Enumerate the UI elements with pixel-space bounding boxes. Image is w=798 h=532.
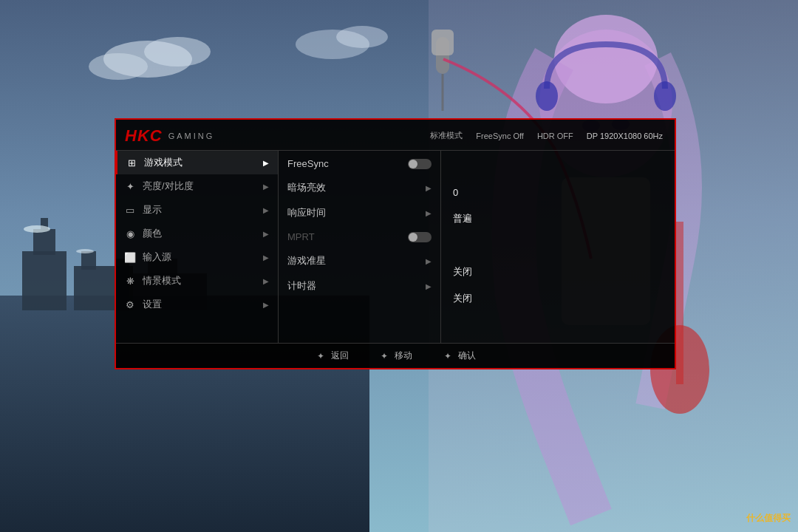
- sub-arrow-sight: ▶: [426, 257, 432, 265]
- svg-point-14: [554, 15, 658, 103]
- header-mode: 标准模式: [430, 130, 463, 141]
- menu-item-input[interactable]: ⬜ 输入源 ▶: [116, 245, 278, 269]
- menu-item-brightness[interactable]: ✦ 亮度/对比度 ▶: [116, 174, 278, 198]
- brightness-icon: ✦: [123, 181, 137, 192]
- sub-value-mprt: [408, 232, 432, 242]
- menu-item-display[interactable]: ▭ 显示 ▶: [116, 198, 278, 222]
- svg-point-10: [24, 225, 50, 233]
- sub-menu: FreeSync 暗场亮效 ▶ 响应时间 ▶ MPRT 游戏准星: [279, 151, 441, 343]
- osd-menu: HKC GAMING 标准模式 FreeSync Off HDR OFF DP …: [115, 118, 676, 369]
- sub-item-freesync[interactable]: FreeSync: [279, 152, 440, 175]
- menu-arrow-color: ▶: [263, 230, 269, 238]
- move-icon: ✦: [378, 350, 390, 362]
- header-info: 标准模式 FreeSync Off HDR OFF DP 1920X1080 6…: [430, 130, 663, 141]
- sub-label-timer: 计时器: [287, 279, 420, 293]
- value-text-timer: 关闭: [453, 292, 472, 305]
- osd-header: HKC GAMING 标准模式 FreeSync Off HDR OFF DP …: [116, 120, 675, 151]
- sub-item-mprt[interactable]: MPRT: [279, 225, 440, 248]
- value-text-response: 普遍: [453, 212, 472, 225]
- menu-label-game-mode: 游戏模式: [144, 156, 257, 169]
- sub-arrow-dark: ▶: [426, 184, 432, 192]
- value-item-response: 普遍: [441, 205, 675, 232]
- mprt-toggle[interactable]: [408, 232, 432, 242]
- freesync-toggle[interactable]: [408, 159, 432, 169]
- sub-label-response: 响应时间: [287, 206, 420, 219]
- menu-label-input: 输入源: [143, 250, 257, 264]
- watermark: 什么值得买: [746, 512, 791, 525]
- footer-confirm[interactable]: ✦ 确认: [442, 349, 476, 362]
- value-item-sight: 关闭: [441, 259, 675, 285]
- value-item-dark: 0: [441, 179, 675, 205]
- main-menu: ⊞ 游戏模式 ▶ ✦ 亮度/对比度 ▶ ▭ 显示 ▶ ◉ 颜色 ▶ ⬜: [116, 151, 279, 343]
- sub-arrow-response: ▶: [426, 209, 432, 217]
- brand-area: HKC GAMING: [125, 126, 214, 146]
- svg-rect-17: [676, 222, 683, 384]
- sub-label-dark-enhance: 暗场亮效: [287, 181, 420, 194]
- settings-icon: ⚙: [123, 299, 137, 310]
- menu-item-game-mode[interactable]: ⊞ 游戏模式 ▶: [116, 151, 278, 174]
- confirm-label: 确认: [458, 349, 476, 362]
- header-freesync: FreeSync Off: [476, 132, 524, 140]
- svg-rect-21: [432, 30, 454, 55]
- sub-label-game-sight: 游戏准星: [287, 254, 420, 267]
- svg-point-26: [144, 37, 211, 66]
- sub-value-freesync: [408, 159, 432, 169]
- footer-move[interactable]: ✦ 移动: [378, 349, 412, 362]
- brand-gaming: GAMING: [168, 132, 215, 140]
- value-item-mprt: [441, 232, 675, 259]
- menu-arrow-game-mode: ▶: [263, 159, 269, 167]
- osd-footer: ✦ 返回 ✦ 移动 ✦ 确认: [116, 343, 675, 368]
- header-hdr: HDR OFF: [537, 132, 573, 140]
- svg-point-11: [76, 249, 94, 253]
- menu-arrow-brightness: ▶: [263, 183, 269, 191]
- scene-icon: ❋: [123, 276, 137, 287]
- sub-arrow-timer: ▶: [426, 282, 432, 290]
- menu-label-scene: 情景模式: [143, 274, 257, 287]
- sub-item-game-sight[interactable]: 游戏准星 ▶: [279, 248, 440, 273]
- header-resolution-info: DP 1920X1080 60Hz: [587, 132, 663, 140]
- menu-item-settings[interactable]: ⚙ 设置 ▶: [116, 293, 278, 316]
- menu-label-brightness: 亮度/对比度: [143, 180, 257, 193]
- sub-label-freesync: FreeSync: [287, 158, 402, 169]
- value-item-freesync: [441, 152, 675, 179]
- menu-arrow-input: ▶: [263, 253, 269, 262]
- menu-arrow-scene: ▶: [263, 277, 269, 285]
- svg-point-29: [336, 26, 388, 48]
- confirm-icon: ✦: [442, 350, 454, 362]
- svg-point-18: [536, 81, 558, 111]
- menu-item-color[interactable]: ◉ 颜色 ▶: [116, 222, 278, 245]
- input-icon: ⬜: [123, 252, 137, 263]
- move-label: 移动: [395, 349, 412, 362]
- game-icon: ⊞: [125, 157, 138, 168]
- svg-point-27: [89, 53, 148, 80]
- value-item-timer: 关闭: [441, 285, 675, 312]
- menu-arrow-settings: ▶: [263, 301, 269, 309]
- svg-rect-2: [22, 251, 66, 310]
- color-icon: ◉: [123, 228, 137, 239]
- svg-point-19: [654, 81, 676, 111]
- sub-item-dark-enhance[interactable]: 暗场亮效 ▶: [279, 175, 440, 200]
- value-panel: 0 普遍 关闭 关闭: [441, 151, 675, 343]
- menu-label-display: 显示: [143, 203, 257, 216]
- footer-back[interactable]: ✦ 返回: [315, 349, 349, 362]
- sub-item-timer[interactable]: 计时器 ▶: [279, 273, 440, 299]
- back-icon: ✦: [315, 350, 327, 362]
- sub-item-response-time[interactable]: 响应时间 ▶: [279, 200, 440, 225]
- back-label: 返回: [331, 349, 349, 362]
- osd-content: ⊞ 游戏模式 ▶ ✦ 亮度/对比度 ▶ ▭ 显示 ▶ ◉ 颜色 ▶ ⬜: [116, 151, 675, 343]
- menu-label-settings: 设置: [143, 298, 257, 311]
- sub-label-mprt: MPRT: [287, 231, 402, 242]
- svg-rect-3: [33, 229, 55, 255]
- svg-rect-6: [81, 251, 96, 270]
- menu-label-color: 颜色: [143, 227, 257, 240]
- brand-hkc: HKC: [125, 126, 163, 146]
- menu-arrow-display: ▶: [263, 206, 269, 214]
- value-text-dark: 0: [453, 187, 458, 198]
- menu-item-scene[interactable]: ❋ 情景模式 ▶: [116, 269, 278, 293]
- display-icon: ▭: [123, 205, 137, 216]
- value-text-sight: 关闭: [453, 265, 472, 279]
- watermark-brand: 什么值得买: [746, 513, 791, 523]
